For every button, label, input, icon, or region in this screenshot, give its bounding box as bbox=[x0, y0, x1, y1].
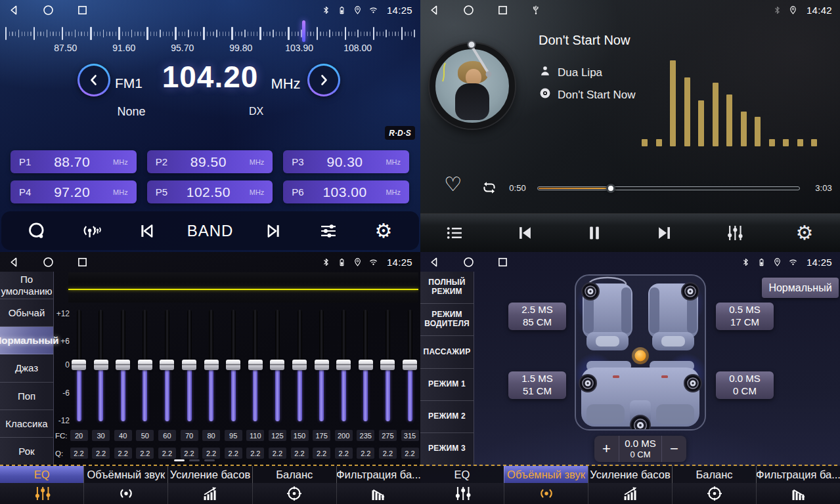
fc-value-chip[interactable]: 235 bbox=[357, 430, 374, 441]
delay-chip-front-left[interactable]: 2.5 MS 85 CM bbox=[508, 303, 566, 330]
q-value-chip[interactable]: 2.2 bbox=[335, 448, 353, 459]
preset-button-p3[interactable]: P390.30MHz bbox=[283, 150, 409, 173]
eq-preset-item[interactable]: Рок bbox=[0, 438, 53, 465]
fc-value-chip[interactable]: 50 bbox=[136, 430, 154, 441]
eq-band-slider[interactable] bbox=[333, 310, 354, 421]
tab-filter-icon[interactable] bbox=[336, 483, 420, 504]
v-sliders-button[interactable] bbox=[721, 223, 747, 243]
slider-thumb[interactable] bbox=[138, 360, 152, 370]
slider-thumb[interactable] bbox=[336, 360, 351, 370]
listening-mode-item[interactable]: ПОЛНЫЙ РЕЖИМ bbox=[420, 272, 474, 304]
listening-mode-item[interactable]: РЕЖИМ 1 bbox=[420, 369, 474, 401]
eq-band-slider[interactable] bbox=[377, 310, 398, 421]
preset-button-p2[interactable]: P289.50MHz bbox=[147, 150, 273, 173]
frequency-ruler[interactable] bbox=[5, 24, 415, 43]
q-value-chip[interactable]: 2.2 bbox=[225, 448, 242, 459]
listening-mode-item[interactable]: РЕЖИМ 2 bbox=[420, 401, 474, 433]
slider-thumb[interactable] bbox=[315, 360, 329, 370]
eq-preset-item[interactable]: Обычай bbox=[0, 299, 53, 327]
listening-mode-item[interactable]: РЕЖИМ 3 bbox=[420, 433, 474, 465]
slider-thumb[interactable] bbox=[204, 360, 219, 370]
eq-preset-item[interactable]: Нормальный bbox=[0, 327, 53, 354]
tab-surround[interactable]: Объёмный звук bbox=[504, 466, 588, 483]
settings-button[interactable]: ⚙ bbox=[791, 223, 818, 243]
eq-band-slider[interactable] bbox=[68, 310, 89, 421]
skip-prev-filled-button[interactable] bbox=[512, 223, 538, 243]
eq-preset-item[interactable]: Джаз bbox=[0, 354, 53, 382]
eq-preset-item[interactable]: По умолчанию bbox=[0, 272, 53, 299]
delay-chip-rear-left[interactable]: 1.5 MS 51 CM bbox=[508, 371, 566, 399]
q-value-chip[interactable]: 2.2 bbox=[70, 448, 88, 459]
back-nav-icon[interactable] bbox=[8, 4, 20, 16]
page-dot[interactable] bbox=[174, 459, 185, 461]
slider-thumb[interactable] bbox=[380, 360, 395, 370]
tab-bass-boost-icon[interactable] bbox=[167, 483, 252, 504]
q-value-chip[interactable]: 2.2 bbox=[291, 448, 309, 459]
fc-value-chip[interactable]: 315 bbox=[401, 430, 419, 441]
page-dot[interactable] bbox=[189, 459, 200, 461]
home-nav-icon[interactable] bbox=[462, 256, 475, 268]
q-value-chip[interactable]: 2.2 bbox=[313, 448, 330, 459]
tab-bass-boost-icon[interactable] bbox=[588, 483, 672, 504]
search-button[interactable] bbox=[22, 221, 51, 241]
fc-value-chip[interactable]: 110 bbox=[246, 430, 264, 441]
fc-value-chip[interactable]: 70 bbox=[181, 430, 198, 441]
tab-eq[interactable]: EQ bbox=[420, 466, 504, 483]
q-value-chip[interactable]: 2.2 bbox=[92, 448, 110, 459]
slider-thumb[interactable] bbox=[359, 360, 373, 370]
tab-filter-icon[interactable] bbox=[756, 483, 840, 504]
q-value-chip[interactable]: 2.2 bbox=[158, 448, 176, 459]
delay-increase-button[interactable]: + bbox=[594, 436, 619, 462]
slider-thumb[interactable] bbox=[292, 360, 307, 370]
eq-band-slider[interactable] bbox=[112, 310, 133, 421]
tab-balance[interactable]: Баланс bbox=[252, 466, 336, 483]
slider-thumb[interactable] bbox=[160, 360, 174, 370]
slider-thumb[interactable] bbox=[72, 360, 86, 370]
q-value-chip[interactable]: 2.2 bbox=[269, 448, 286, 459]
skip-next-button[interactable] bbox=[259, 221, 288, 241]
tab-filter[interactable]: Фильтрация ба... bbox=[756, 466, 840, 483]
eq-preset-item[interactable]: Классика bbox=[0, 410, 53, 438]
q-value-chip[interactable]: 2.2 bbox=[136, 448, 154, 459]
tab-eq[interactable]: EQ bbox=[0, 466, 83, 483]
eq-band-slider[interactable] bbox=[289, 310, 310, 421]
seek-bar[interactable] bbox=[537, 186, 800, 190]
eq-band-slider[interactable] bbox=[179, 310, 200, 421]
eq-band-slider[interactable] bbox=[245, 310, 266, 421]
tune-down-button[interactable] bbox=[77, 64, 110, 96]
recents-nav-icon[interactable] bbox=[497, 256, 509, 268]
tab-bass-boost[interactable]: Усиление басов bbox=[167, 466, 252, 483]
tab-surround-icon[interactable] bbox=[83, 483, 167, 504]
recents-nav-icon[interactable] bbox=[497, 4, 509, 16]
slider-thumb[interactable] bbox=[94, 360, 108, 370]
tab-bass-boost[interactable]: Усиление басов bbox=[588, 466, 672, 483]
favorite-button[interactable]: ♡ bbox=[444, 175, 462, 194]
delay-chip-front-right[interactable]: 0.5 MS 17 CM bbox=[716, 303, 774, 330]
tab-balance-icon[interactable] bbox=[252, 483, 336, 504]
slider-thumb[interactable] bbox=[182, 360, 196, 370]
back-nav-icon[interactable] bbox=[8, 256, 20, 268]
fc-value-chip[interactable]: 275 bbox=[379, 430, 397, 441]
skip-prev-button[interactable] bbox=[132, 221, 161, 241]
fc-value-chip[interactable]: 125 bbox=[269, 430, 286, 441]
slider-thumb[interactable] bbox=[116, 360, 130, 370]
slider-thumb[interactable] bbox=[226, 360, 240, 370]
dx-mode-label[interactable]: DX bbox=[242, 106, 271, 117]
fc-value-chip[interactable]: 60 bbox=[158, 430, 176, 441]
fc-value-chip[interactable]: 80 bbox=[202, 430, 220, 441]
fc-value-chip[interactable]: 20 bbox=[70, 430, 88, 441]
q-value-chip[interactable]: 2.2 bbox=[114, 448, 132, 459]
home-nav-icon[interactable] bbox=[42, 256, 55, 268]
q-value-chip[interactable]: 2.2 bbox=[401, 448, 419, 459]
preset-button-p4[interactable]: P497.20MHz bbox=[11, 180, 137, 203]
preset-button-p1[interactable]: P188.70MHz bbox=[11, 150, 137, 173]
settings-button[interactable]: ⚙ bbox=[369, 221, 398, 241]
broadcast-button[interactable] bbox=[77, 221, 106, 241]
seek-knob[interactable] bbox=[606, 184, 615, 193]
slider-thumb[interactable] bbox=[403, 360, 417, 370]
home-nav-icon[interactable] bbox=[462, 4, 475, 16]
eq-band-slider[interactable] bbox=[91, 310, 112, 421]
recents-nav-icon[interactable] bbox=[76, 4, 89, 16]
h-sliders-button[interactable] bbox=[314, 221, 343, 241]
tab-eq-icon[interactable] bbox=[420, 483, 504, 504]
